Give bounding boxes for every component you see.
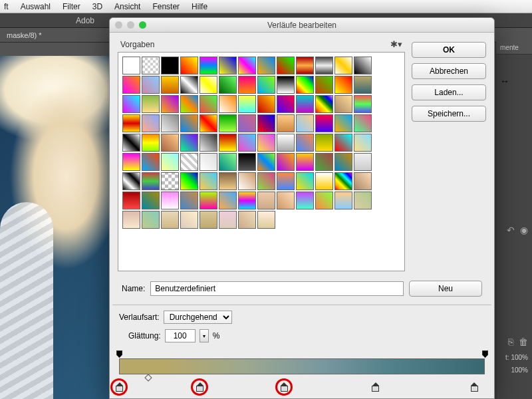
preset-swatch[interactable] <box>277 153 295 171</box>
preset-swatch[interactable] <box>142 192 160 209</box>
preset-swatch[interactable] <box>200 76 217 94</box>
menu-fenster[interactable]: Fenster <box>152 2 180 11</box>
preset-swatch[interactable] <box>354 95 372 113</box>
preset-swatch[interactable] <box>334 114 352 132</box>
preset-swatch[interactable] <box>315 134 333 152</box>
preset-swatch[interactable] <box>142 134 160 152</box>
menu-hilfe[interactable]: Hilfe <box>192 2 207 11</box>
preset-swatch[interactable] <box>161 114 179 132</box>
preset-swatch[interactable] <box>238 114 256 132</box>
preset-swatch[interactable] <box>200 211 217 229</box>
preset-swatch[interactable] <box>161 192 179 209</box>
preset-swatch[interactable] <box>354 153 372 171</box>
preset-swatch[interactable] <box>296 192 314 209</box>
preset-swatch[interactable] <box>122 114 140 132</box>
opacity-stop[interactable] <box>116 350 122 358</box>
smoothness-input[interactable] <box>165 329 196 342</box>
preset-swatch[interactable] <box>277 57 295 74</box>
preset-swatch[interactable] <box>161 76 179 94</box>
preset-swatch[interactable] <box>296 76 314 94</box>
preset-swatch[interactable] <box>315 192 333 209</box>
preset-swatch[interactable] <box>334 57 352 74</box>
preset-swatch[interactable] <box>219 134 237 152</box>
preset-swatch[interactable] <box>180 211 198 229</box>
preset-swatch[interactable] <box>277 114 295 132</box>
preset-swatch[interactable] <box>238 76 256 94</box>
preset-swatch[interactable] <box>219 153 237 171</box>
color-stop[interactable] <box>281 382 288 392</box>
color-stop[interactable] <box>116 382 123 392</box>
preset-swatch[interactable] <box>219 211 237 229</box>
preset-swatch[interactable] <box>200 153 217 171</box>
preset-swatch[interactable] <box>238 192 256 209</box>
system-menubar[interactable]: ftAuswahlFilter3DAnsichtFensterHilfe <box>0 0 532 13</box>
preset-swatch[interactable] <box>180 192 198 209</box>
preset-swatch[interactable] <box>257 192 275 209</box>
preset-swatch[interactable] <box>219 95 237 113</box>
gradient-editor[interactable] <box>119 350 485 396</box>
preset-swatch[interactable] <box>296 134 314 152</box>
preset-swatch[interactable] <box>296 114 314 132</box>
preset-swatch[interactable] <box>315 153 333 171</box>
preset-swatch[interactable] <box>257 57 275 74</box>
preset-swatch[interactable] <box>180 134 198 152</box>
preset-swatch[interactable] <box>354 76 372 94</box>
cancel-button[interactable]: Abbrechen <box>412 63 486 79</box>
preset-swatch[interactable] <box>122 134 140 152</box>
preset-swatch[interactable] <box>334 153 352 171</box>
preset-swatch[interactable] <box>277 95 295 113</box>
preset-swatch[interactable] <box>277 192 295 209</box>
undo-icon[interactable]: ↶ <box>507 225 515 235</box>
preset-swatch[interactable] <box>354 57 372 74</box>
new-button[interactable]: Neu <box>409 281 482 297</box>
preset-swatch[interactable] <box>180 172 198 190</box>
preset-swatch[interactable] <box>180 95 198 113</box>
preset-swatch[interactable] <box>354 172 372 190</box>
preset-swatch[interactable] <box>122 76 140 94</box>
preset-swatch[interactable] <box>334 95 352 113</box>
preset-swatch[interactable] <box>334 172 352 190</box>
preset-swatch[interactable] <box>219 172 237 190</box>
preset-swatch[interactable] <box>200 192 217 209</box>
preset-swatch[interactable] <box>315 76 333 94</box>
stepper-icon[interactable]: ▾ <box>200 329 209 342</box>
menu-auswahl[interactable]: Auswahl <box>21 2 51 11</box>
preset-swatch[interactable] <box>238 57 256 74</box>
preset-swatch[interactable] <box>142 172 160 190</box>
ok-button[interactable]: OK <box>412 42 486 58</box>
preset-swatch[interactable] <box>122 57 140 74</box>
load-button[interactable]: Laden... <box>412 84 486 100</box>
preset-swatch[interactable] <box>122 153 140 171</box>
preset-swatch[interactable] <box>238 172 256 190</box>
color-stop[interactable] <box>372 382 379 392</box>
preset-swatch[interactable] <box>122 172 140 190</box>
preset-swatch[interactable] <box>238 211 256 229</box>
preset-swatch[interactable] <box>200 114 217 132</box>
preset-swatch[interactable] <box>315 57 333 74</box>
preset-swatch[interactable] <box>257 134 275 152</box>
preset-swatch[interactable] <box>354 192 372 209</box>
preset-swatch[interactable] <box>257 153 275 171</box>
preset-swatch[interactable] <box>180 114 198 132</box>
preset-swatch[interactable] <box>277 76 295 94</box>
preset-swatch[interactable] <box>180 57 198 74</box>
preset-swatch[interactable] <box>238 153 256 171</box>
preset-swatch[interactable] <box>219 57 237 74</box>
panel-tab[interactable]: mente <box>496 41 532 55</box>
preset-swatch[interactable] <box>315 95 333 113</box>
menu-ft[interactable]: ft <box>4 2 9 11</box>
preset-swatch[interactable] <box>277 134 295 152</box>
preset-swatch[interactable] <box>161 57 179 74</box>
preset-swatch[interactable] <box>238 95 256 113</box>
midpoint-diamond[interactable] <box>144 374 152 381</box>
preset-swatch[interactable] <box>219 76 237 94</box>
color-stop[interactable] <box>196 382 203 392</box>
preset-swatch[interactable] <box>257 95 275 113</box>
minimize-icon[interactable] <box>127 21 134 29</box>
gradient-bar[interactable] <box>119 358 485 374</box>
opacity-stop[interactable] <box>482 350 488 358</box>
preset-swatch[interactable] <box>200 95 217 113</box>
menu-ansicht[interactable]: Ansicht <box>114 2 140 11</box>
preset-swatch[interactable] <box>142 114 160 132</box>
preset-swatch[interactable] <box>219 114 237 132</box>
